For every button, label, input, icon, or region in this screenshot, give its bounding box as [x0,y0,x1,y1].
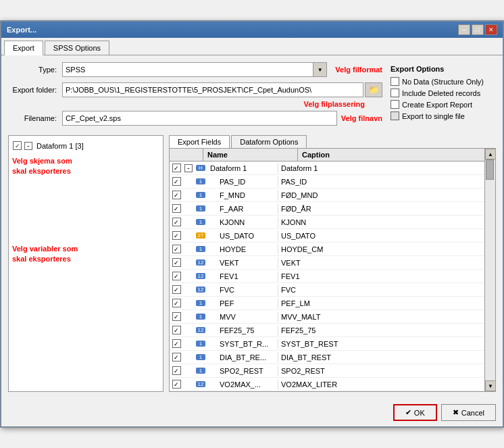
maximize-button[interactable]: □ [472,24,484,35]
row-name: VEKT [207,257,278,268]
col-name-header: Name [203,149,298,161]
option-no-data-checkbox[interactable] [390,77,399,86]
row-checkbox[interactable]: ✓ [170,162,183,174]
row-badge: 12 [194,259,207,266]
row-caption: FØD_ÅR [278,203,484,214]
option-no-data: No Data (Structure Only) [390,77,493,86]
table-row[interactable]: ✓ 12 FEV1 FEV1 [170,270,484,283]
folder-label: Export folder: [8,86,62,94]
table-row[interactable]: ✓ 12 FVC FVC [170,283,484,297]
table-row[interactable]: ✓ 1 DIA_BT_RE... DIA_BT_REST [170,351,484,364]
type-select[interactable]: SPSS ▼ [62,62,327,77]
table-row[interactable]: ✓ 12 FEF25_75 FEF25_75 [170,324,484,337]
row-name: SPO2_REST [207,366,278,376]
filename-label: Filename: [8,114,62,122]
table-row[interactable]: ✓ 1 MVV MVV_MALT [170,310,484,324]
table-row[interactable]: ✓ 1 SPO2_REST SPO2_REST [170,364,484,378]
table-row[interactable]: ✓ 12 VEKT VEKT [170,256,484,270]
filename-input[interactable] [62,111,337,126]
tree-expand-icon[interactable]: - [24,142,32,150]
scrollbar[interactable]: ▲ ▼ [484,149,495,391]
row-checkbox[interactable]: ✓ [170,378,183,390]
row-checkbox[interactable]: ✓ [170,216,183,228]
cancel-icon: ✖ [453,408,459,417]
folder-annotation: Velg filplassering [62,100,382,108]
table-row[interactable]: ✓ 27 US_DATO US_DATO [170,229,484,243]
row-name: MVV [207,312,278,322]
row-caption: FEV1 [278,271,484,282]
row-checkbox[interactable]: ✓ [170,243,183,255]
minimize-button[interactable]: ─ [458,24,470,35]
option-include-deleted-checkbox[interactable] [390,89,399,97]
option-include-deleted-label: Include Deleted records [402,89,480,97]
filename-annotation: Velg filnavn [341,114,382,122]
row-checkbox[interactable]: ✓ [170,365,183,376]
table-row[interactable]: ✓ 12 VO2MAX_... VO2MAX_LITER [170,378,484,391]
row-name: DIA_BT_RE... [207,352,278,363]
row-badge: 1 [194,368,207,374]
scroll-track[interactable] [485,159,495,380]
row-badge: 1 [194,192,207,198]
scroll-down-button[interactable]: ▼ [485,380,496,391]
row-checkbox[interactable]: ✓ [170,189,183,201]
panel-tab-dataform-options[interactable]: Dataform Options [231,135,307,148]
row-checkbox[interactable]: ✓ [170,284,183,295]
row-badge: 12 [194,273,207,279]
row-checkbox[interactable]: ✓ [170,351,183,363]
type-row: Type: SPSS ▼ Velg filformat [8,62,382,77]
dataform-checkbox[interactable] [13,141,22,150]
left-panel-item[interactable]: - Dataform 1 [3] [11,139,160,151]
table-row[interactable]: ✓ 1 HOYDE HOYDE_CM [170,243,484,256]
row-badge: H [194,165,207,171]
row-checkbox[interactable]: ✓ [170,230,183,241]
row-badge: 12 [194,327,207,333]
table-row[interactable]: ✓ 1 F_MND FØD_MND [170,189,484,202]
folder-browse-button[interactable]: 📁 [365,82,382,97]
option-single-file-checkbox [390,111,399,120]
row-badge: 1 [194,354,207,360]
scroll-up-button[interactable]: ▲ [485,149,496,159]
left-annotation-variables: Velg variabler somskal eksporteres [12,244,93,265]
row-caption: DIA_BT_REST [278,352,484,363]
row-checkbox[interactable]: ✓ [170,324,183,336]
row-caption: PAS_ID [278,176,484,187]
row-checkbox[interactable]: ✓ [170,338,183,349]
type-annotation: Velg filformat [335,66,382,74]
export-options-panel: Export Options No Data (Structure Only) … [388,62,496,126]
panel-tab-export-fields[interactable]: Export Fields [169,135,230,148]
table-row[interactable]: ✓ 1 SYST_BT_R... SYST_BT_REST [170,337,484,351]
type-dropdown-arrow[interactable]: ▼ [313,63,326,76]
tab-export[interactable]: Export [4,41,43,55]
table-row[interactable]: ✓ 1 F_AAR FØD_ÅR [170,202,484,216]
row-name: HOYDE [207,244,278,255]
row-checkbox[interactable]: ✓ [170,270,183,282]
table: Name Caption ✓ - H Dataform 1 Dataform 1… [170,149,484,391]
table-row[interactable]: ✓ - H Dataform 1 Dataform 1 [170,161,484,175]
row-caption: SPO2_REST [278,366,484,376]
close-button[interactable]: ✕ [485,24,497,35]
row-name: FEV1 [207,271,278,282]
ok-button[interactable]: ✔ OK [393,404,437,421]
table-body: ✓ - H Dataform 1 Dataform 1 ✓ 1 PAS_ID P… [170,161,484,391]
row-checkbox[interactable]: ✓ [170,311,183,322]
table-row[interactable]: ✓ 1 PAS_ID PAS_ID [170,175,484,189]
title-bar: Export... ─ □ ✕ [1,22,503,38]
cancel-button[interactable]: ✖ Cancel [441,404,496,421]
table-row[interactable]: ✓ 1 PEF PEF_LM [170,297,484,310]
row-name: VO2MAX_... [207,379,278,390]
row-checkbox[interactable]: ✓ [170,297,183,309]
scroll-thumb[interactable] [486,159,494,180]
row-checkbox[interactable]: ✓ [170,203,183,214]
export-window: Export... ─ □ ✕ Export SPSS Options Type… [0,20,504,428]
option-export-report-checkbox[interactable] [390,100,399,109]
panel-tabs: Export Fields Dataform Options [169,135,496,149]
row-name: PAS_ID [207,176,278,187]
row-checkbox[interactable]: ✓ [170,176,183,187]
row-name: F_AAR [207,203,278,214]
row-checkbox[interactable]: ✓ [170,257,183,268]
tab-spss-options[interactable]: SPSS Options [45,41,109,55]
folder-input[interactable] [62,82,363,97]
left-panel: Velg skjema somskal eksporteres Velg var… [8,135,163,392]
table-row[interactable]: ✓ 1 KJONN KJONN [170,216,484,229]
row-expand[interactable]: - [183,164,194,172]
